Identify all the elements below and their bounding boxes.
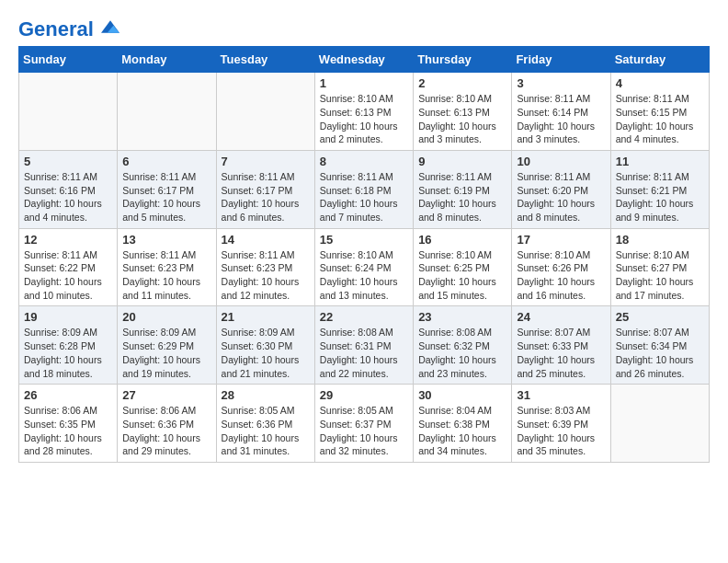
day-number: 2 bbox=[418, 76, 506, 90]
day-info: Sunrise: 8:11 AM Sunset: 6:23 PM Dayligh… bbox=[122, 248, 210, 303]
day-number: 5 bbox=[24, 155, 112, 168]
calendar-table: SundayMondayTuesdayWednesdayThursdayFrid… bbox=[18, 46, 710, 463]
calendar-cell: 26Sunrise: 8:06 AM Sunset: 6:35 PM Dayli… bbox=[19, 385, 118, 463]
day-number: 6 bbox=[122, 155, 210, 168]
day-info: Sunrise: 8:09 AM Sunset: 6:28 PM Dayligh… bbox=[24, 326, 112, 380]
day-number: 15 bbox=[320, 233, 408, 247]
day-info: Sunrise: 8:10 AM Sunset: 6:13 PM Dayligh… bbox=[418, 92, 506, 146]
calendar-cell: 24Sunrise: 8:07 AM Sunset: 6:33 PM Dayli… bbox=[512, 306, 610, 385]
day-number: 24 bbox=[517, 310, 605, 324]
day-info: Sunrise: 8:06 AM Sunset: 6:36 PM Dayligh… bbox=[122, 404, 210, 458]
calendar-cell: 15Sunrise: 8:10 AM Sunset: 6:24 PM Dayli… bbox=[314, 228, 413, 306]
weekday-header-sunday: Sunday bbox=[19, 47, 118, 73]
day-number: 19 bbox=[24, 310, 112, 324]
calendar-header-row: SundayMondayTuesdayWednesdayThursdayFrid… bbox=[19, 47, 710, 73]
calendar-cell: 19Sunrise: 8:09 AM Sunset: 6:28 PM Dayli… bbox=[19, 306, 118, 385]
day-info: Sunrise: 8:11 AM Sunset: 6:19 PM Dayligh… bbox=[418, 170, 506, 224]
weekday-header-tuesday: Tuesday bbox=[216, 47, 314, 73]
day-info: Sunrise: 8:09 AM Sunset: 6:30 PM Dayligh… bbox=[222, 326, 310, 380]
weekday-header-friday: Friday bbox=[512, 47, 610, 73]
day-info: Sunrise: 8:11 AM Sunset: 6:17 PM Dayligh… bbox=[122, 170, 210, 224]
day-info: Sunrise: 8:05 AM Sunset: 6:36 PM Dayligh… bbox=[222, 404, 310, 458]
calendar-cell bbox=[610, 385, 709, 463]
day-info: Sunrise: 8:11 AM Sunset: 6:23 PM Dayligh… bbox=[222, 248, 310, 303]
day-number: 9 bbox=[418, 155, 506, 168]
calendar-cell: 16Sunrise: 8:10 AM Sunset: 6:25 PM Dayli… bbox=[414, 228, 512, 306]
logo-icon bbox=[101, 17, 119, 36]
calendar-cell: 9Sunrise: 8:11 AM Sunset: 6:19 PM Daylig… bbox=[414, 150, 512, 228]
day-info: Sunrise: 8:04 AM Sunset: 6:38 PM Dayligh… bbox=[418, 404, 506, 458]
calendar-cell: 21Sunrise: 8:09 AM Sunset: 6:30 PM Dayli… bbox=[216, 306, 314, 385]
day-info: Sunrise: 8:10 AM Sunset: 6:24 PM Dayligh… bbox=[320, 248, 408, 303]
day-info: Sunrise: 8:06 AM Sunset: 6:35 PM Dayligh… bbox=[24, 404, 112, 458]
day-info: Sunrise: 8:11 AM Sunset: 6:15 PM Dayligh… bbox=[616, 92, 704, 146]
calendar-week-2: 5Sunrise: 8:11 AM Sunset: 6:16 PM Daylig… bbox=[19, 150, 710, 228]
weekday-header-wednesday: Wednesday bbox=[314, 47, 413, 73]
day-info: Sunrise: 8:05 AM Sunset: 6:37 PM Dayligh… bbox=[320, 404, 408, 458]
day-number: 8 bbox=[320, 155, 408, 168]
day-number: 1 bbox=[320, 76, 408, 90]
calendar-cell: 1Sunrise: 8:10 AM Sunset: 6:13 PM Daylig… bbox=[314, 73, 413, 151]
calendar-cell: 14Sunrise: 8:11 AM Sunset: 6:23 PM Dayli… bbox=[216, 228, 314, 306]
calendar-cell: 25Sunrise: 8:07 AM Sunset: 6:34 PM Dayli… bbox=[610, 306, 709, 385]
day-number: 3 bbox=[517, 76, 605, 90]
day-info: Sunrise: 8:11 AM Sunset: 6:21 PM Dayligh… bbox=[616, 170, 704, 224]
day-info: Sunrise: 8:09 AM Sunset: 6:29 PM Dayligh… bbox=[122, 326, 210, 380]
day-info: Sunrise: 8:11 AM Sunset: 6:17 PM Dayligh… bbox=[222, 170, 310, 224]
calendar-cell: 13Sunrise: 8:11 AM Sunset: 6:23 PM Dayli… bbox=[118, 228, 216, 306]
day-number: 25 bbox=[616, 310, 704, 324]
calendar-cell: 12Sunrise: 8:11 AM Sunset: 6:22 PM Dayli… bbox=[19, 228, 118, 306]
calendar-cell: 3Sunrise: 8:11 AM Sunset: 6:14 PM Daylig… bbox=[512, 73, 610, 151]
day-number: 23 bbox=[418, 310, 506, 324]
day-info: Sunrise: 8:07 AM Sunset: 6:33 PM Dayligh… bbox=[517, 326, 605, 380]
calendar-cell: 29Sunrise: 8:05 AM Sunset: 6:37 PM Dayli… bbox=[314, 385, 413, 463]
calendar-cell: 23Sunrise: 8:08 AM Sunset: 6:32 PM Dayli… bbox=[414, 306, 512, 385]
day-info: Sunrise: 8:11 AM Sunset: 6:16 PM Dayligh… bbox=[24, 170, 112, 224]
day-number: 11 bbox=[616, 155, 704, 168]
calendar-cell: 27Sunrise: 8:06 AM Sunset: 6:36 PM Dayli… bbox=[118, 385, 216, 463]
calendar-cell: 10Sunrise: 8:11 AM Sunset: 6:20 PM Dayli… bbox=[512, 150, 610, 228]
day-number: 28 bbox=[222, 388, 310, 402]
day-number: 22 bbox=[320, 310, 408, 324]
calendar-cell: 28Sunrise: 8:05 AM Sunset: 6:36 PM Dayli… bbox=[216, 385, 314, 463]
day-number: 29 bbox=[320, 388, 408, 402]
calendar-cell: 17Sunrise: 8:10 AM Sunset: 6:26 PM Dayli… bbox=[512, 228, 610, 306]
logo: General bbox=[18, 18, 119, 37]
calendar-cell: 22Sunrise: 8:08 AM Sunset: 6:31 PM Dayli… bbox=[314, 306, 413, 385]
calendar-cell bbox=[118, 73, 216, 151]
calendar-week-3: 12Sunrise: 8:11 AM Sunset: 6:22 PM Dayli… bbox=[19, 228, 710, 306]
calendar-cell: 7Sunrise: 8:11 AM Sunset: 6:17 PM Daylig… bbox=[216, 150, 314, 228]
calendar-week-5: 26Sunrise: 8:06 AM Sunset: 6:35 PM Dayli… bbox=[19, 385, 710, 463]
calendar-cell: 11Sunrise: 8:11 AM Sunset: 6:21 PM Dayli… bbox=[610, 150, 709, 228]
day-number: 27 bbox=[122, 388, 210, 402]
calendar-cell: 20Sunrise: 8:09 AM Sunset: 6:29 PM Dayli… bbox=[118, 306, 216, 385]
day-number: 7 bbox=[222, 155, 310, 168]
calendar-week-1: 1Sunrise: 8:10 AM Sunset: 6:13 PM Daylig… bbox=[19, 73, 710, 151]
calendar-week-4: 19Sunrise: 8:09 AM Sunset: 6:28 PM Dayli… bbox=[19, 306, 710, 385]
day-info: Sunrise: 8:10 AM Sunset: 6:27 PM Dayligh… bbox=[616, 248, 704, 303]
calendar-cell: 6Sunrise: 8:11 AM Sunset: 6:17 PM Daylig… bbox=[118, 150, 216, 228]
logo-text: General bbox=[18, 18, 119, 40]
calendar-cell: 2Sunrise: 8:10 AM Sunset: 6:13 PM Daylig… bbox=[414, 73, 512, 151]
day-number: 17 bbox=[517, 233, 605, 247]
calendar-cell: 8Sunrise: 8:11 AM Sunset: 6:18 PM Daylig… bbox=[314, 150, 413, 228]
day-number: 21 bbox=[222, 310, 310, 324]
calendar-cell bbox=[19, 73, 118, 151]
day-info: Sunrise: 8:08 AM Sunset: 6:31 PM Dayligh… bbox=[320, 326, 408, 380]
day-info: Sunrise: 8:10 AM Sunset: 6:26 PM Dayligh… bbox=[517, 248, 605, 303]
day-number: 10 bbox=[517, 155, 605, 168]
day-info: Sunrise: 8:08 AM Sunset: 6:32 PM Dayligh… bbox=[418, 326, 506, 380]
weekday-header-saturday: Saturday bbox=[610, 47, 709, 73]
day-number: 26 bbox=[24, 388, 112, 402]
day-info: Sunrise: 8:11 AM Sunset: 6:20 PM Dayligh… bbox=[517, 170, 605, 224]
calendar-cell bbox=[216, 73, 314, 151]
day-number: 30 bbox=[418, 388, 506, 402]
calendar-cell: 4Sunrise: 8:11 AM Sunset: 6:15 PM Daylig… bbox=[610, 73, 709, 151]
day-info: Sunrise: 8:10 AM Sunset: 6:13 PM Dayligh… bbox=[320, 92, 408, 146]
page-header: General bbox=[18, 18, 710, 37]
weekday-header-thursday: Thursday bbox=[414, 47, 512, 73]
weekday-header-monday: Monday bbox=[118, 47, 216, 73]
calendar-cell: 30Sunrise: 8:04 AM Sunset: 6:38 PM Dayli… bbox=[414, 385, 512, 463]
day-number: 13 bbox=[122, 233, 210, 247]
calendar-cell: 18Sunrise: 8:10 AM Sunset: 6:27 PM Dayli… bbox=[610, 228, 709, 306]
